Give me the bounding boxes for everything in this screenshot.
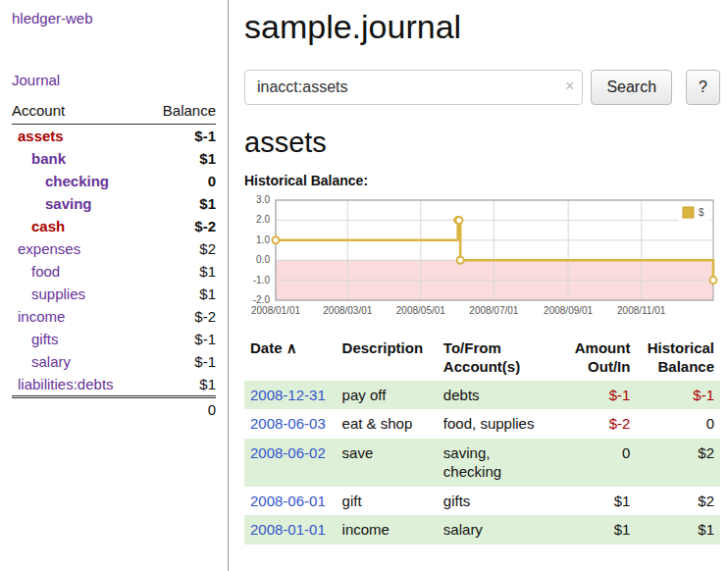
- chart-label: Historical Balance:: [244, 173, 720, 188]
- register-row: 2008-06-01giftgifts$1$2: [244, 487, 720, 516]
- register-balance: $-1: [636, 381, 720, 410]
- search-input[interactable]: [244, 70, 583, 105]
- register-description: save: [337, 439, 438, 487]
- account-balance: $-2: [146, 215, 216, 237]
- account-balance: $-1: [146, 350, 216, 373]
- account-row: saving$1: [12, 192, 216, 215]
- register-description: pay off: [337, 381, 438, 410]
- account-link[interactable]: supplies: [31, 286, 85, 302]
- accounts-total-row: 0: [12, 397, 216, 422]
- svg-text:-2.0: -2.0: [253, 294, 271, 305]
- register-accounts: salary: [438, 515, 553, 545]
- account-heading: assets: [244, 127, 720, 159]
- account-row: food$1: [12, 260, 216, 283]
- svg-text:2.0: 2.0: [256, 214, 270, 225]
- account-balance: $2: [146, 237, 216, 260]
- column-header-balance: Historical Balance: [636, 336, 720, 381]
- account-balance: $1: [146, 373, 216, 397]
- column-header-description: Description: [337, 336, 438, 381]
- register-date-link[interactable]: 2008-01-01: [250, 521, 326, 538]
- register-date-link[interactable]: 2008-06-01: [250, 493, 326, 509]
- register-balance: $2: [636, 487, 720, 516]
- account-link[interactable]: expenses: [18, 240, 80, 257]
- svg-text:3.0: 3.0: [256, 194, 270, 205]
- svg-text:2008/11/01: 2008/11/01: [617, 305, 666, 316]
- svg-text:1.0: 1.0: [256, 234, 270, 245]
- account-row: income$-2: [12, 305, 216, 328]
- register-description: income: [337, 515, 438, 545]
- column-header-amount: Amount Out/In: [553, 336, 637, 381]
- search-button[interactable]: Search: [591, 70, 672, 105]
- register-row: 2008-06-03eat & shopfood, supplies$-20: [244, 409, 720, 439]
- account-link[interactable]: saving: [45, 195, 92, 212]
- account-row: cash$-2: [12, 215, 216, 237]
- register-amount: 0: [553, 439, 637, 487]
- register-table: Date ∧DescriptionTo/From Account(s)Amoun…: [244, 336, 720, 545]
- account-link[interactable]: checking: [45, 173, 109, 189]
- clear-search-icon[interactable]: ×: [565, 78, 574, 95]
- account-link[interactable]: salary: [31, 353, 71, 370]
- svg-text:0.0: 0.0: [256, 254, 270, 265]
- svg-text:$: $: [699, 207, 704, 218]
- register-accounts: food, supplies: [438, 409, 553, 439]
- register-accounts: debts: [438, 381, 553, 410]
- svg-text:2008/05/01: 2008/05/01: [396, 305, 445, 316]
- account-row: bank$1: [12, 147, 216, 170]
- account-balance: $1: [146, 147, 216, 170]
- account-row: liabilities:debts$1: [12, 373, 216, 397]
- account-balance: $1: [146, 260, 216, 283]
- account-link[interactable]: gifts: [31, 331, 59, 347]
- register-description: eat & shop: [337, 409, 438, 439]
- account-link[interactable]: cash: [31, 218, 65, 234]
- account-balance: $1: [146, 192, 216, 215]
- account-row: checking0: [12, 170, 216, 192]
- account-balance: $-1: [146, 328, 216, 350]
- register-row: 2008-12-31pay offdebts$-1$-1: [244, 381, 720, 410]
- account-balance: $-1: [146, 125, 216, 148]
- register-accounts: saving, checking: [438, 439, 553, 487]
- accounts-total-value: 0: [146, 397, 216, 422]
- app-title-link[interactable]: hledger-web: [12, 10, 216, 26]
- account-balance: 0: [146, 170, 216, 192]
- register-balance: 0: [636, 409, 720, 439]
- page-title: sample.journal: [244, 8, 720, 46]
- account-link[interactable]: bank: [31, 150, 66, 167]
- accounts-table: Account Balance assets$-1bank$1checking0…: [12, 98, 216, 421]
- account-row: salary$-1: [12, 350, 216, 373]
- register-amount: $1: [553, 487, 637, 516]
- account-link[interactable]: food: [31, 263, 60, 280]
- search-bar: × Search ?: [244, 70, 720, 105]
- account-row: gifts$-1: [12, 328, 216, 350]
- sidebar: hledger-web Journal Account Balance asse…: [0, 0, 229, 571]
- register-row: 2008-01-01incomesalary$1$1: [244, 515, 720, 545]
- svg-text:2008/03/01: 2008/03/01: [323, 305, 372, 316]
- search-help-button[interactable]: ?: [686, 70, 720, 105]
- register-row: 2008-06-02savesaving, checking0$2: [244, 439, 720, 487]
- svg-text:2008/01/01: 2008/01/01: [251, 305, 300, 316]
- register-balance: $2: [636, 439, 720, 487]
- accounts-column-account: Account: [12, 98, 146, 125]
- svg-text:-1.0: -1.0: [253, 275, 271, 286]
- svg-text:2008/09/01: 2008/09/01: [544, 305, 593, 316]
- account-link[interactable]: income: [18, 308, 65, 325]
- account-link[interactable]: liabilities:debts: [18, 376, 114, 392]
- chart-canvas: 3.02.01.00.0-1.0-2.02008/01/012008/03/01…: [244, 192, 719, 322]
- svg-text:2008/07/01: 2008/07/01: [469, 305, 518, 316]
- register-date-link[interactable]: 2008-12-31: [250, 387, 326, 403]
- register-date-link[interactable]: 2008-06-03: [250, 415, 326, 432]
- register-balance: $1: [636, 515, 720, 545]
- account-row: assets$-1: [12, 125, 216, 148]
- sort-asc-icon: ∧: [283, 339, 297, 356]
- account-row: expenses$2: [12, 237, 216, 260]
- register-amount: $-2: [553, 409, 637, 439]
- column-header-date[interactable]: Date ∧: [244, 336, 337, 381]
- register-amount: $1: [553, 515, 637, 545]
- historical-balance-chart: 3.02.01.00.0-1.0-2.02008/01/012008/03/01…: [244, 192, 720, 322]
- account-balance: $1: [146, 283, 216, 305]
- account-link[interactable]: assets: [18, 128, 64, 144]
- register-accounts: gifts: [438, 487, 553, 516]
- register-amount: $-1: [553, 381, 637, 410]
- journal-link[interactable]: Journal: [12, 72, 216, 88]
- accounts-column-balance: Balance: [146, 98, 216, 125]
- register-date-link[interactable]: 2008-06-02: [250, 444, 326, 461]
